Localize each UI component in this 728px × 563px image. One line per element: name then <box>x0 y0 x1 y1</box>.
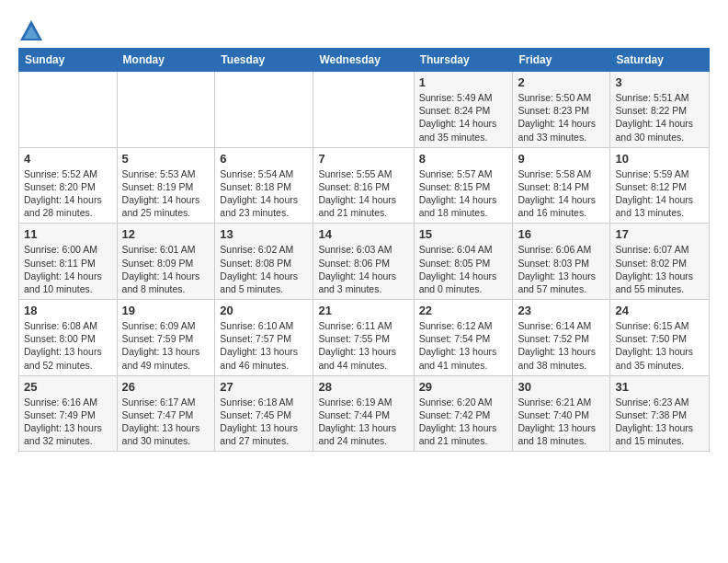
calendar-cell: 22Sunrise: 6:12 AM Sunset: 7:54 PM Dayli… <box>414 300 513 376</box>
day-number: 10 <box>615 152 704 166</box>
logo-icon <box>18 18 44 44</box>
calendar-cell: 8Sunrise: 5:57 AM Sunset: 8:15 PM Daylig… <box>414 147 513 224</box>
day-number: 30 <box>518 380 605 394</box>
weekday-header-thursday: Thursday <box>414 49 513 72</box>
calendar-cell: 7Sunrise: 5:55 AM Sunset: 8:16 PM Daylig… <box>313 147 414 224</box>
cell-content: Sunrise: 6:03 AM Sunset: 8:06 PM Dayligh… <box>318 243 408 295</box>
day-number: 22 <box>419 304 508 317</box>
calendar-cell: 9Sunrise: 5:58 AM Sunset: 8:14 PM Daylig… <box>513 147 610 224</box>
calendar-cell: 17Sunrise: 6:07 AM Sunset: 8:02 PM Dayli… <box>610 224 710 300</box>
day-number: 28 <box>318 380 408 394</box>
day-number: 27 <box>220 380 308 394</box>
day-number: 3 <box>615 75 704 89</box>
day-number: 23 <box>518 304 605 317</box>
cell-content: Sunrise: 5:51 AM Sunset: 8:22 PM Dayligh… <box>615 91 704 144</box>
cell-content: Sunrise: 6:06 AM Sunset: 8:03 PM Dayligh… <box>518 243 605 295</box>
week-row-3: 11Sunrise: 6:00 AM Sunset: 8:11 PM Dayli… <box>19 224 710 300</box>
calendar-cell: 6Sunrise: 5:54 AM Sunset: 8:18 PM Daylig… <box>215 147 313 224</box>
day-number: 25 <box>24 380 112 394</box>
calendar-cell <box>19 72 118 148</box>
day-number: 9 <box>518 152 605 166</box>
calendar-cell: 21Sunrise: 6:11 AM Sunset: 7:55 PM Dayli… <box>313 300 414 376</box>
day-number: 21 <box>318 304 408 317</box>
cell-content: Sunrise: 6:18 AM Sunset: 7:45 PM Dayligh… <box>220 396 308 448</box>
day-number: 29 <box>419 380 508 394</box>
calendar-cell: 1Sunrise: 5:49 AM Sunset: 8:24 PM Daylig… <box>414 72 513 148</box>
calendar-cell: 3Sunrise: 5:51 AM Sunset: 8:22 PM Daylig… <box>610 72 710 148</box>
week-row-1: 1Sunrise: 5:49 AM Sunset: 8:24 PM Daylig… <box>19 72 710 148</box>
cell-content: Sunrise: 6:02 AM Sunset: 8:08 PM Dayligh… <box>220 243 308 295</box>
cell-content: Sunrise: 6:12 AM Sunset: 7:54 PM Dayligh… <box>419 319 508 372</box>
cell-content: Sunrise: 5:57 AM Sunset: 8:15 PM Dayligh… <box>419 167 508 220</box>
cell-content: Sunrise: 6:16 AM Sunset: 7:49 PM Dayligh… <box>24 396 112 448</box>
day-number: 2 <box>518 75 605 89</box>
calendar-cell <box>313 72 414 148</box>
weekday-header-sunday: Sunday <box>19 49 118 72</box>
cell-content: Sunrise: 6:11 AM Sunset: 7:55 PM Dayligh… <box>318 319 408 372</box>
day-number: 7 <box>318 152 408 166</box>
calendar-cell: 28Sunrise: 6:19 AM Sunset: 7:44 PM Dayli… <box>313 375 414 452</box>
cell-content: Sunrise: 6:17 AM Sunset: 7:47 PM Dayligh… <box>122 396 210 448</box>
cell-content: Sunrise: 6:08 AM Sunset: 8:00 PM Dayligh… <box>24 319 112 372</box>
cell-content: Sunrise: 6:07 AM Sunset: 8:02 PM Dayligh… <box>615 243 704 295</box>
week-row-2: 4Sunrise: 5:52 AM Sunset: 8:20 PM Daylig… <box>19 147 710 224</box>
cell-content: Sunrise: 5:52 AM Sunset: 8:20 PM Dayligh… <box>24 167 112 220</box>
cell-content: Sunrise: 6:15 AM Sunset: 7:50 PM Dayligh… <box>615 319 704 372</box>
calendar-cell: 12Sunrise: 6:01 AM Sunset: 8:09 PM Dayli… <box>117 224 215 300</box>
calendar-cell: 2Sunrise: 5:50 AM Sunset: 8:23 PM Daylig… <box>513 72 610 148</box>
calendar-cell: 31Sunrise: 6:23 AM Sunset: 7:38 PM Dayli… <box>610 375 710 452</box>
weekday-header-wednesday: Wednesday <box>313 49 414 72</box>
calendar-cell: 26Sunrise: 6:17 AM Sunset: 7:47 PM Dayli… <box>117 375 215 452</box>
day-number: 31 <box>615 380 704 394</box>
day-number: 20 <box>220 304 308 317</box>
day-number: 14 <box>318 227 408 241</box>
calendar-cell <box>215 72 313 148</box>
calendar-table: SundayMondayTuesdayWednesdayThursdayFrid… <box>18 48 710 452</box>
logo <box>18 18 48 44</box>
day-number: 15 <box>419 227 508 241</box>
day-number: 12 <box>122 227 210 241</box>
cell-content: Sunrise: 5:59 AM Sunset: 8:12 PM Dayligh… <box>615 167 704 220</box>
weekday-header-row: SundayMondayTuesdayWednesdayThursdayFrid… <box>19 49 710 72</box>
cell-content: Sunrise: 5:53 AM Sunset: 8:19 PM Dayligh… <box>122 167 210 220</box>
calendar-cell: 5Sunrise: 5:53 AM Sunset: 8:19 PM Daylig… <box>117 147 215 224</box>
weekday-header-monday: Monday <box>117 49 215 72</box>
calendar-cell: 18Sunrise: 6:08 AM Sunset: 8:00 PM Dayli… <box>19 300 118 376</box>
calendar-cell: 30Sunrise: 6:21 AM Sunset: 7:40 PM Dayli… <box>513 375 610 452</box>
cell-content: Sunrise: 5:54 AM Sunset: 8:18 PM Dayligh… <box>220 167 308 220</box>
calendar-cell: 4Sunrise: 5:52 AM Sunset: 8:20 PM Daylig… <box>19 147 118 224</box>
cell-content: Sunrise: 6:14 AM Sunset: 7:52 PM Dayligh… <box>518 319 605 372</box>
cell-content: Sunrise: 6:23 AM Sunset: 7:38 PM Dayligh… <box>615 396 704 448</box>
calendar-cell: 10Sunrise: 5:59 AM Sunset: 8:12 PM Dayli… <box>610 147 710 224</box>
day-number: 1 <box>419 75 508 89</box>
weekday-header-tuesday: Tuesday <box>215 49 313 72</box>
day-number: 16 <box>518 227 605 241</box>
day-number: 13 <box>220 227 308 241</box>
cell-content: Sunrise: 5:55 AM Sunset: 8:16 PM Dayligh… <box>318 167 408 220</box>
cell-content: Sunrise: 6:00 AM Sunset: 8:11 PM Dayligh… <box>24 243 112 295</box>
weekday-header-saturday: Saturday <box>610 49 710 72</box>
calendar-cell: 27Sunrise: 6:18 AM Sunset: 7:45 PM Dayli… <box>215 375 313 452</box>
cell-content: Sunrise: 5:50 AM Sunset: 8:23 PM Dayligh… <box>518 91 605 144</box>
day-number: 8 <box>419 152 508 166</box>
day-number: 4 <box>24 152 112 166</box>
cell-content: Sunrise: 6:04 AM Sunset: 8:05 PM Dayligh… <box>419 243 508 295</box>
day-number: 19 <box>122 304 210 317</box>
day-number: 18 <box>24 304 112 317</box>
day-number: 17 <box>615 227 704 241</box>
cell-content: Sunrise: 6:20 AM Sunset: 7:42 PM Dayligh… <box>419 396 508 448</box>
weekday-header-friday: Friday <box>513 49 610 72</box>
cell-content: Sunrise: 5:58 AM Sunset: 8:14 PM Dayligh… <box>518 167 605 220</box>
day-number: 11 <box>24 227 112 241</box>
cell-content: Sunrise: 6:09 AM Sunset: 7:59 PM Dayligh… <box>122 319 210 372</box>
calendar-cell <box>117 72 215 148</box>
week-row-4: 18Sunrise: 6:08 AM Sunset: 8:00 PM Dayli… <box>19 300 710 376</box>
calendar-cell: 19Sunrise: 6:09 AM Sunset: 7:59 PM Dayli… <box>117 300 215 376</box>
calendar-cell: 16Sunrise: 6:06 AM Sunset: 8:03 PM Dayli… <box>513 224 610 300</box>
calendar-cell: 20Sunrise: 6:10 AM Sunset: 7:57 PM Dayli… <box>215 300 313 376</box>
cell-content: Sunrise: 6:10 AM Sunset: 7:57 PM Dayligh… <box>220 319 308 372</box>
cell-content: Sunrise: 6:21 AM Sunset: 7:40 PM Dayligh… <box>518 396 605 448</box>
cell-content: Sunrise: 6:01 AM Sunset: 8:09 PM Dayligh… <box>122 243 210 295</box>
calendar-cell: 29Sunrise: 6:20 AM Sunset: 7:42 PM Dayli… <box>414 375 513 452</box>
cell-content: Sunrise: 6:19 AM Sunset: 7:44 PM Dayligh… <box>318 396 408 448</box>
